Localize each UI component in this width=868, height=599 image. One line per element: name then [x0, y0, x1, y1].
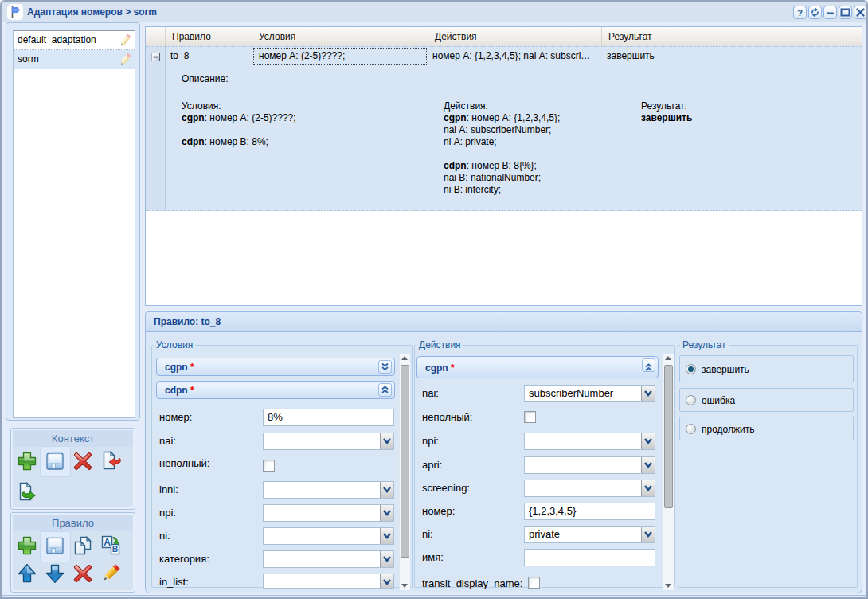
svg-text:A: A — [104, 537, 111, 548]
svg-text:B: B — [112, 544, 119, 554]
svg-text:?: ? — [797, 8, 803, 18]
